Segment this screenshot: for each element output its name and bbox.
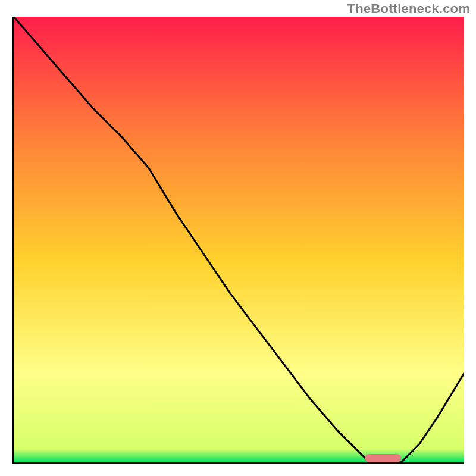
plot-area: [14, 17, 464, 462]
chart-container: TheBottleneck.com: [0, 0, 476, 476]
bottleneck-curve: [14, 17, 464, 462]
axes-frame: [12, 17, 464, 464]
watermark-text: TheBottleneck.com: [347, 1, 470, 17]
optimal-range-marker: [365, 454, 401, 462]
